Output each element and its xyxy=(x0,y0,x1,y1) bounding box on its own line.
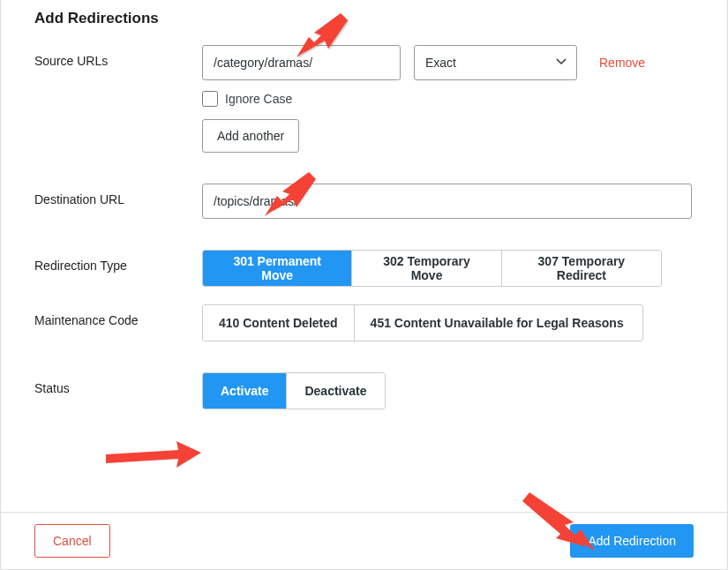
redirection-type-group: 301 Permanent Move 302 Temporary Move 30… xyxy=(202,250,662,287)
ignore-case-checkbox[interactable] xyxy=(202,91,218,107)
maintenance-code-label: Maintenance Code xyxy=(34,304,202,341)
source-url-input[interactable] xyxy=(202,45,401,80)
destination-url-input[interactable] xyxy=(202,184,692,219)
status-activate-button[interactable]: Activate xyxy=(203,373,287,409)
main-panel: Add Redirections Source URLs Exact Remov… xyxy=(0,0,728,512)
destination-url-controls xyxy=(202,184,701,219)
status-row: Status Activate Deactivate xyxy=(1,372,727,409)
destination-url-label: Destination URL xyxy=(34,184,202,219)
redirection-type-301-button[interactable]: 301 Permanent Move xyxy=(203,251,352,286)
footer-bar: Cancel Add Redirection xyxy=(0,512,728,570)
chevron-down-icon xyxy=(556,58,567,65)
page-title: Add Redirections xyxy=(1,4,727,45)
status-group: Activate Deactivate xyxy=(202,372,386,409)
maintenance-code-group: 410 Content Deleted 451 Content Unavaila… xyxy=(202,304,643,341)
match-type-select[interactable]: Exact xyxy=(414,45,577,80)
redirection-type-label: Redirection Type xyxy=(34,250,202,287)
ignore-case-row: Ignore Case xyxy=(202,91,701,107)
redirection-type-307-button[interactable]: 307 Temporary Redirect xyxy=(502,251,661,286)
maintenance-code-controls: 410 Content Deleted 451 Content Unavaila… xyxy=(202,304,701,341)
status-label: Status xyxy=(34,372,202,409)
source-url-line: Exact Remove xyxy=(202,45,701,80)
status-deactivate-button[interactable]: Deactivate xyxy=(287,373,384,409)
redirection-type-controls: 301 Permanent Move 302 Temporary Move 30… xyxy=(202,250,701,287)
redirection-type-302-button[interactable]: 302 Temporary Move xyxy=(352,251,501,286)
maintenance-code-410-button[interactable]: 410 Content Deleted xyxy=(203,305,355,341)
maintenance-code-row: Maintenance Code 410 Content Deleted 451… xyxy=(1,304,727,341)
maintenance-code-451-button[interactable]: 451 Content Unavailable for Legal Reason… xyxy=(355,305,640,341)
add-redirection-button[interactable]: Add Redirection xyxy=(570,524,694,558)
source-urls-controls: Exact Remove Ignore Case Add another xyxy=(202,45,701,153)
ignore-case-label: Ignore Case xyxy=(225,92,292,106)
source-urls-row: Source URLs Exact Remove Ignore Case Add… xyxy=(1,45,727,153)
destination-url-row: Destination URL xyxy=(1,184,727,219)
match-type-select-wrap: Exact xyxy=(414,45,577,80)
redirection-type-row: Redirection Type 301 Permanent Move 302 … xyxy=(1,250,727,287)
add-another-button[interactable]: Add another xyxy=(202,119,299,153)
remove-source-link[interactable]: Remove xyxy=(599,56,645,70)
cancel-button[interactable]: Cancel xyxy=(34,524,110,558)
status-controls: Activate Deactivate xyxy=(202,372,701,409)
source-urls-label: Source URLs xyxy=(34,45,202,153)
